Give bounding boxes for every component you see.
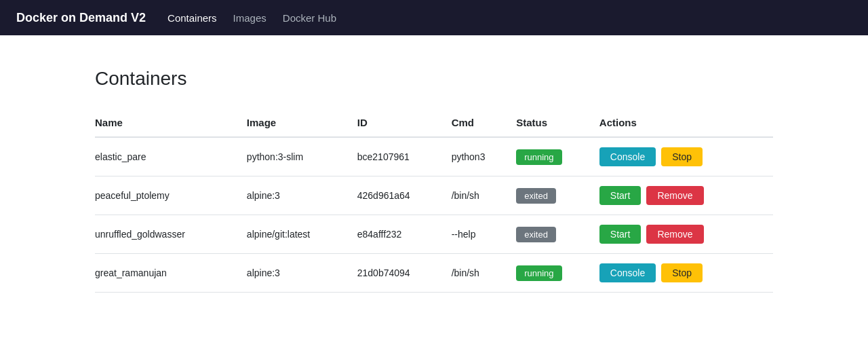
cell-cmd: --help xyxy=(452,215,517,254)
actions-group: StartRemove xyxy=(599,186,765,205)
status-badge: running xyxy=(516,265,561,281)
cell-id: e84afff232 xyxy=(357,215,452,254)
table-body: elastic_parepython:3-slimbce2107961pytho… xyxy=(95,137,773,293)
cell-actions: ConsoleStop xyxy=(599,254,773,293)
remove-button[interactable]: Remove xyxy=(646,225,703,244)
col-header-cmd: Cmd xyxy=(452,111,517,137)
cell-image: alpine:3 xyxy=(247,254,357,293)
col-header-image: Image xyxy=(247,111,357,137)
table-header: NameImageIDCmdStatusActions xyxy=(95,111,773,137)
cell-cmd: /bin/sh xyxy=(452,254,517,293)
actions-group: ConsoleStop xyxy=(599,147,765,166)
cell-id: 21d0b74094 xyxy=(357,254,452,293)
cell-cmd: /bin/sh xyxy=(452,176,517,215)
remove-button[interactable]: Remove xyxy=(646,186,703,205)
cell-status: exited xyxy=(516,215,599,254)
nav-link-containers[interactable]: Containers xyxy=(167,10,217,26)
console-button[interactable]: Console xyxy=(599,263,656,282)
table-row: unruffled_goldwasseralpine/git:lateste84… xyxy=(95,215,773,254)
nav-link-images[interactable]: Images xyxy=(233,10,267,26)
status-badge: exited xyxy=(516,188,556,204)
cell-cmd: python3 xyxy=(452,137,517,176)
cell-actions: ConsoleStop xyxy=(599,137,773,176)
main-content: Containers NameImageIDCmdStatusActions e… xyxy=(0,35,868,325)
header-row: NameImageIDCmdStatusActions xyxy=(95,111,773,137)
col-header-actions: Actions xyxy=(599,111,773,137)
cell-id: 426d961a64 xyxy=(357,176,452,215)
cell-name: unruffled_goldwasser xyxy=(95,215,247,254)
col-header-id: ID xyxy=(357,111,452,137)
console-button[interactable]: Console xyxy=(599,147,656,166)
nav-brand: Docker on Demand V2 xyxy=(16,11,146,25)
nav-link-docker-hub[interactable]: Docker Hub xyxy=(283,10,336,26)
stop-button[interactable]: Stop xyxy=(661,263,703,282)
start-button[interactable]: Start xyxy=(599,186,642,205)
containers-table: NameImageIDCmdStatusActions elastic_pare… xyxy=(95,111,773,293)
cell-name: peaceful_ptolemy xyxy=(95,176,247,215)
stop-button[interactable]: Stop xyxy=(661,147,703,166)
cell-actions: StartRemove xyxy=(599,176,773,215)
cell-actions: StartRemove xyxy=(599,215,773,254)
col-header-name: Name xyxy=(95,111,247,137)
start-button[interactable]: Start xyxy=(599,225,642,244)
cell-image: alpine:3 xyxy=(247,176,357,215)
cell-id: bce2107961 xyxy=(357,137,452,176)
actions-group: StartRemove xyxy=(599,225,765,244)
cell-image: alpine/git:latest xyxy=(247,215,357,254)
cell-name: great_ramanujan xyxy=(95,254,247,293)
actions-group: ConsoleStop xyxy=(599,263,765,282)
cell-name: elastic_pare xyxy=(95,137,247,176)
cell-status: exited xyxy=(516,176,599,215)
table-row: elastic_parepython:3-slimbce2107961pytho… xyxy=(95,137,773,176)
status-badge: exited xyxy=(516,227,556,242)
cell-status: running xyxy=(516,254,599,293)
col-header-status: Status xyxy=(516,111,599,137)
table-row: peaceful_ptolemyalpine:3426d961a64/bin/s… xyxy=(95,176,773,215)
nav-links: ContainersImagesDocker Hub xyxy=(167,10,336,26)
cell-status: running xyxy=(516,137,599,176)
page-title: Containers xyxy=(95,68,773,90)
status-badge: running xyxy=(516,149,561,165)
table-row: great_ramanujanalpine:321d0b74094/bin/sh… xyxy=(95,254,773,293)
cell-image: python:3-slim xyxy=(247,137,357,176)
navbar: Docker on Demand V2 ContainersImagesDock… xyxy=(0,0,868,35)
